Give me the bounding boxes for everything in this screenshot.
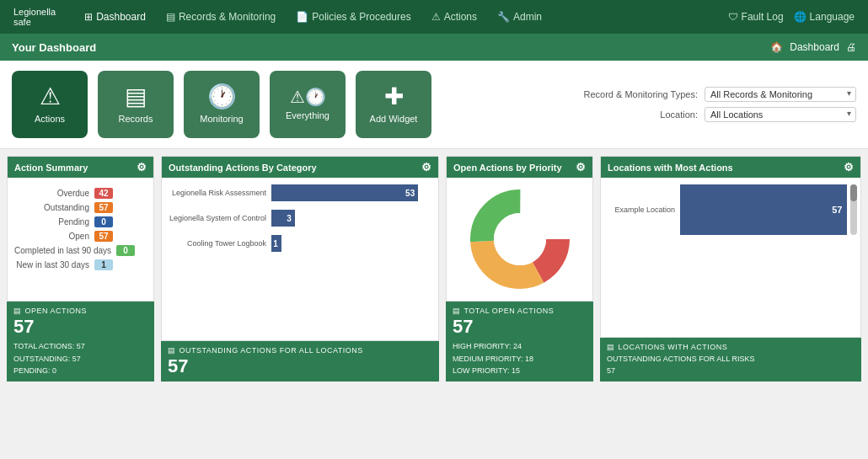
locations-header: Locations with Most Actions ⚙ [601,157,860,178]
locations-body: Example Location 57 [601,178,860,337]
widget-monitoring[interactable]: 🕐 Monitoring [184,71,260,138]
priority-panel: Open Actions by Priority ⚙ ▤ [446,156,593,382]
action-badge-pending: 0 [94,216,113,227]
priority-footer-num: 57 [453,317,587,337]
footer-icon-actions: ▤ [13,307,22,315]
priority-footer-title: ▤ TOTAL OPEN ACTIONS [453,307,587,315]
locations-card: Locations with Most Actions ⚙ Example Lo… [600,156,861,338]
outstanding-actions-body: Legionella Risk Assessment 53 Legionella… [162,178,438,340]
action-row-open: Open 57 [14,231,147,242]
loc-bar-wrap-0: 57 [680,184,857,235]
nav-item-actions[interactable]: ⚠ Actions [423,0,485,34]
donut-chart [465,184,575,294]
action-summary-footer-num: 57 [13,317,147,337]
loc-row-0: Example Location 57 [604,184,857,235]
fault-log-link[interactable]: 🛡 Fault Log [728,11,784,23]
action-badge-overdue: 42 [94,188,113,199]
priority-header: Open Actions by Priority ⚙ [447,157,592,178]
priority-title: Open Actions by Priority [453,163,562,173]
loc-bar-val-0: 57 [832,205,842,215]
widget-everything-label: Everything [286,110,330,120]
footer-icon-outstanding: ▤ [168,346,176,355]
outstanding-actions-gear[interactable]: ⚙ [421,161,431,173]
breadcrumb-right: 🏠 Dashboard 🖨 [770,41,856,53]
action-row-completed: Completed in last 90 days 0 [14,245,147,256]
nav-right: 🛡 Fault Log 🌐 Language [728,11,855,23]
action-badge-new: 1 [94,259,113,270]
bar-val-1: 3 [287,214,292,223]
monitoring-icon: 🕐 [207,85,237,109]
action-summary-title: Action Summary [14,163,88,173]
main-nav: ⊞ Dashboard ▤ Records & Monitoring 📄 Pol… [76,0,727,34]
priority-footer-details: HIGH PRIORITY: 24 MEDIUM PRIORITY: 18 LO… [453,340,587,376]
bar-label-0: Legionella Risk Assessment [162,189,271,197]
locations-title: Locations with Most Actions [608,163,733,173]
locations-footer-title: ▤ LOCATIONS WITH ACTIONS [607,343,855,351]
priority-card: Open Actions by Priority ⚙ [446,156,593,302]
widget-add[interactable]: ✚ Add Widget [356,71,431,138]
widget-filters: Record & Monitoring Types: All Records &… [580,87,856,122]
action-summary-footer-title: ▤ OPEN ACTIONS [13,307,147,315]
locations-footer-details: OUTSTANDING ACTIONS FOR ALL RISKS 57 [607,353,855,377]
action-summary-body: Overdue 42 Outstanding 57 Pending 0 Open… [8,178,153,301]
priority-footer: ▤ TOTAL OPEN ACTIONS 57 HIGH PRIORITY: 2… [446,302,593,382]
action-label-new: New in last 30 days [14,260,94,270]
bar-1: 3 [271,210,295,227]
add-icon: ✚ [384,85,404,109]
breadcrumb-page: Dashboard [790,41,839,53]
action-label-open: Open [14,232,94,241]
widget-records[interactable]: ▤ Records [98,71,174,138]
filter-row-record: Record & Monitoring Types: All Records &… [580,87,856,102]
filter-location-select[interactable]: All Locations [705,107,856,122]
print-icon[interactable]: 🖨 [846,41,856,53]
widget-actions[interactable]: ⚠ Actions [12,71,88,138]
action-badge-completed: 0 [116,245,135,256]
bar-row-0: Legionella Risk Assessment 53 [162,184,438,201]
locations-footer: ▤ LOCATIONS WITH ACTIONS OUTSTANDING ACT… [600,338,861,382]
priority-body [447,178,592,301]
bar-label-2: Cooling Tower Logbook [162,239,271,248]
filter-record-wrap: All Records & Monitoring [705,87,856,102]
filter-record-label: Record & Monitoring Types: [580,89,698,99]
action-label-pending: Pending [14,217,94,227]
widget-everything[interactable]: ⚠🕐 Everything [270,71,346,138]
outstanding-actions-title: Outstanding Actions By Category [169,163,317,173]
action-badge-open: 57 [94,231,113,242]
filter-record-select[interactable]: All Records & Monitoring [705,87,856,102]
action-badge-outstanding: 57 [94,202,113,213]
widget-records-label: Records [119,114,153,124]
action-summary-panel: Action Summary ⚙ Overdue 42 Outstanding … [7,156,154,382]
widget-monitoring-label: Monitoring [200,114,243,124]
widget-add-label: Add Widget [370,114,418,124]
action-row-overdue: Overdue 42 [14,188,147,199]
home-icon: 🏠 [770,41,783,53]
bar-row-2: Cooling Tower Logbook 1 [162,235,438,252]
nav-item-dashboard[interactable]: ⊞ Dashboard [76,0,154,34]
action-row-outstanding: Outstanding 57 [14,202,147,213]
bar-0: 53 [271,184,418,201]
outstanding-footer-title: ▤ OUTSTANDING ACTIONS FOR ALL LOCATIONS [168,346,432,355]
bar-label-1: Legionella System of Control [162,214,271,222]
locations-scrollbar[interactable] [850,184,857,235]
bar-wrap-0: 53 [271,184,438,201]
filter-location-label: Location: [580,109,698,120]
nav-item-admin[interactable]: 🔧 Admin [489,0,550,34]
priority-gear[interactable]: ⚙ [576,161,586,173]
nav-item-records[interactable]: ▤ Records & Monitoring [158,0,284,34]
outstanding-actions-header: Outstanding Actions By Category ⚙ [162,157,438,178]
action-label-outstanding: Outstanding [14,203,94,212]
locations-gear[interactable]: ⚙ [844,161,854,173]
nav-item-policies[interactable]: 📄 Policies & Procedures [287,0,419,34]
outstanding-actions-card: Outstanding Actions By Category ⚙ Legion… [161,156,439,341]
action-summary-header: Action Summary ⚙ [8,157,153,178]
outstanding-actions-panel: Outstanding Actions By Category ⚙ Legion… [161,156,439,382]
filter-row-location: Location: All Locations [580,107,856,122]
bar-wrap-1: 3 [271,210,438,227]
language-link[interactable]: 🌐 Language [794,11,855,23]
locations-scrollbar-thumb [850,184,857,201]
breadcrumb-title: Your Dashboard [12,41,96,54]
outstanding-footer-num: 57 [168,356,432,376]
bar-val-0: 53 [405,189,415,198]
bar-val-2: 1 [273,239,278,248]
action-summary-gear[interactable]: ⚙ [137,161,147,173]
